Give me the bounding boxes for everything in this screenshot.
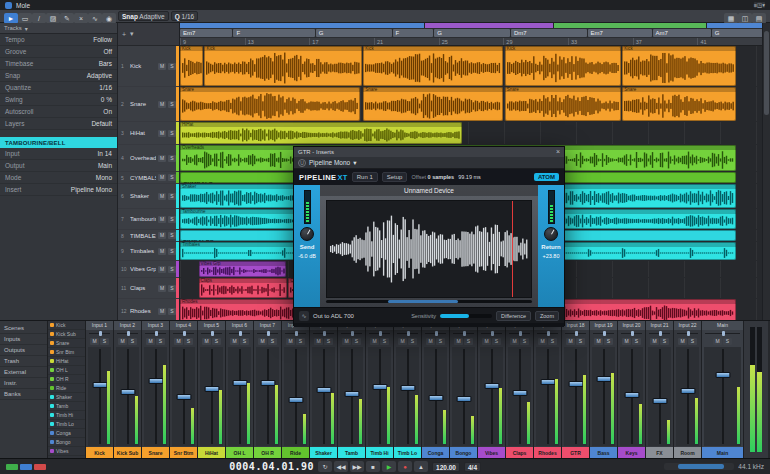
solo-button[interactable]: S [548,338,557,345]
scrollbar-thumb[interactable] [678,464,724,469]
plugin-window-titlebar[interactable]: GTR - Inserts × [294,147,564,157]
fader-handle[interactable] [512,390,527,396]
fader-handle[interactable] [176,394,191,400]
channel-list-item[interactable]: Ride [48,384,85,393]
solo-button[interactable]: S [268,338,277,345]
channel-name-scribble[interactable]: OH R [254,447,281,458]
fader-handle[interactable] [428,395,443,401]
channel-list-item[interactable]: Kick [48,321,85,330]
mute-button[interactable]: M [286,338,295,345]
chevron-down-icon[interactable]: ▾ [130,30,134,38]
bypass-icon[interactable]: U [298,159,306,167]
fader-handle[interactable] [92,382,107,388]
mute-button[interactable]: M [622,338,631,345]
mute-button[interactable]: M [510,338,519,345]
zoom-button[interactable]: Zoom [535,311,559,321]
track-inspector-row[interactable]: OutputMain [0,160,117,172]
solo-button[interactable]: S [184,338,193,345]
track-header[interactable]: 3HiHatMS [118,122,179,144]
mixer-channel-strip[interactable]: Input 9MSShaker [310,321,338,458]
channel-list-item[interactable]: OH L [48,366,85,375]
mute-button[interactable]: M [650,338,659,345]
inspector-row[interactable]: Quantize1/16 [0,82,117,94]
mute-button[interactable]: M [594,338,603,345]
mute-button[interactable]: M [174,338,183,345]
pan-control[interactable] [114,330,141,337]
audio-clip[interactable]: Snare [363,87,503,121]
pan-control[interactable] [254,330,281,337]
mute-button[interactable]: M [426,338,435,345]
mixer-channel-strip[interactable]: Input 21MSFX [646,321,674,458]
waveform-scrollbar[interactable] [326,300,532,303]
pan-control[interactable] [646,330,673,337]
loop-button[interactable]: ↻ [318,461,332,472]
channel-name-scribble[interactable]: OH L [226,447,253,458]
mute-button[interactable]: M [398,338,407,345]
mute-button[interactable]: M [118,338,127,345]
play-button[interactable]: ▶ [382,461,396,472]
pan-control[interactable] [590,330,617,337]
channel-name-scribble[interactable]: Bass [590,447,617,458]
mixer-channel-strip[interactable]: Input 16MSClaps [506,321,534,458]
audio-clip[interactable]: Snare [180,87,360,121]
solo-button[interactable]: S [723,338,732,345]
fader-handle[interactable] [652,398,667,404]
mixer-channel-strip[interactable]: Input 4MSSnr Btm [170,321,198,458]
channel-name-scribble[interactable]: Rhodes [534,447,561,458]
fader-handle[interactable] [316,387,331,393]
pan-control[interactable] [562,330,589,337]
plugin-window[interactable]: GTR - Inserts × U Pipeline Mono ▾ PIPELI… [293,146,565,326]
offset-field[interactable]: Offset 0 samples [411,174,454,180]
pan-control[interactable] [478,330,505,337]
solo-button[interactable]: S [168,101,176,108]
mute-button[interactable]: M [158,308,166,315]
mixer-channel-strip[interactable]: Input 11MSTimb Hi [366,321,394,458]
solo-button[interactable]: S [240,338,249,345]
track-header[interactable]: 12RhodesMS [118,299,179,320]
rewind-button[interactable]: ◀◀ [334,461,348,472]
pan-control[interactable] [338,330,365,337]
track-lane[interactable]: KickKickKickKickKick [180,46,762,86]
stop-button[interactable]: ■ [366,461,380,472]
track-header[interactable]: 10Vibes GrpMS [118,261,179,277]
send-knob[interactable] [300,227,314,241]
channel-list-item[interactable]: Vibes [48,447,85,456]
track-inspector-header[interactable]: TAMBOURINE/BELL [0,137,117,148]
pan-control[interactable] [282,330,309,337]
channel-list-item[interactable]: Timb Hi [48,411,85,420]
mixer-channel-strip[interactable]: Input 7MSOH R [254,321,282,458]
inspector-row[interactable]: TempoFollow [0,34,117,46]
inspector-row[interactable]: Swing0 % [0,94,117,106]
chord-marker[interactable]: G [316,29,392,37]
track-inspector-row[interactable]: InputIn 14 [0,148,117,160]
solo-button[interactable]: S [128,338,137,345]
solo-button[interactable]: S [168,308,176,315]
mixer-channel-strip[interactable]: Input 12MSTimb Lo [394,321,422,458]
track-header[interactable]: 5CYMBALSMS [118,172,179,183]
mixer-channel-strip[interactable]: Input 15MSVibes [478,321,506,458]
mute-button[interactable]: M [158,193,166,200]
atom-badge[interactable]: ATOM [534,173,559,181]
mixer-channel-strip[interactable]: Input 13MSConga [422,321,450,458]
chord-marker[interactable]: F [233,29,314,37]
mute-button[interactable]: M [158,285,166,292]
fader-handle[interactable] [540,379,555,385]
arranger-section[interactable] [180,23,424,28]
channel-list-item[interactable]: Shaker [48,393,85,402]
mixer-tab-banks[interactable]: Banks [0,389,47,400]
pan-control[interactable] [450,330,477,337]
track-inspector-row[interactable]: InsertPipeline Mono [0,184,117,196]
mute-button[interactable]: M [158,101,166,108]
pan-control[interactable] [618,330,645,337]
track-header[interactable]: 8TIMBALESMS [118,230,179,241]
mute-button[interactable]: M [370,338,379,345]
channel-list-item[interactable]: Timb Lo [48,420,85,429]
channel-list-item[interactable]: Kick Sub [48,330,85,339]
mixer-channel-strip[interactable]: Input 8MSRide [282,321,310,458]
channel-list-item[interactable]: Tamb [48,402,85,411]
mixer-channel-strip[interactable]: Input 6MSOH L [226,321,254,458]
fader-handle[interactable] [120,389,135,395]
close-icon[interactable]: × [556,147,560,157]
solo-button[interactable]: S [168,63,176,70]
channel-list-item[interactable]: HiHat [48,357,85,366]
